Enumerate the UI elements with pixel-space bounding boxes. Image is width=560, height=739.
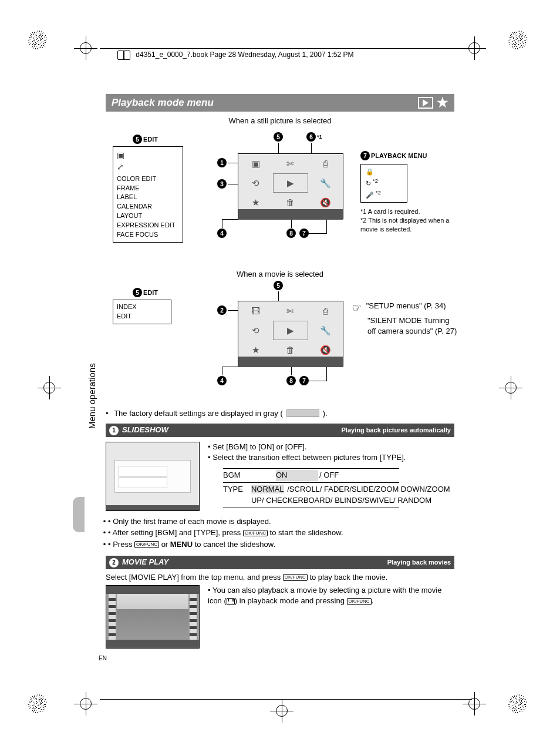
regmark xyxy=(28,31,52,54)
callout-5: 5 xyxy=(274,132,283,142)
regmark xyxy=(463,692,486,716)
section-title-bar: Playback mode menu ★ xyxy=(106,94,454,112)
print-icon: ⎙ xyxy=(323,159,328,169)
slideshow-table: BGM ON / OFF TYPE NORMAL /SCROLL/ FADER/… xyxy=(223,468,454,508)
section-title: Playback mode menu xyxy=(112,97,214,109)
book-header: d4351_e_0000_7.book Page 28 Wednesday, A… xyxy=(117,51,354,60)
playback-small-icon: ▣ xyxy=(117,150,124,160)
callout-1: 1 xyxy=(217,158,227,167)
menu-grid-movie: 🎞 ✄ ⎙ ⟲ ▶ 🔧 ★ 🗑 🔇 xyxy=(238,301,343,367)
edit-item: LAYOUT xyxy=(117,211,179,221)
edit-item: EXPRESSION EDIT xyxy=(117,221,179,230)
favorite-icon: ★ xyxy=(252,345,259,355)
slideshow-header: 1SLIDESHOW Playing back pictures automat… xyxy=(106,424,454,437)
callout-4m: 4 xyxy=(217,376,227,385)
regmark xyxy=(499,376,522,399)
callout-8: 8 xyxy=(286,229,296,238)
print-icon: ⎙ xyxy=(323,306,328,316)
movieplay-header: 2MOVIE PLAY Playing back movies xyxy=(106,556,454,569)
footer-rule xyxy=(100,699,472,700)
callout-2m: 2 xyxy=(217,305,227,315)
movieplay-intro: Select [MOVIE PLAY] from the top menu, a… xyxy=(106,573,454,582)
still-label: When a still picture is selected xyxy=(106,116,454,125)
setup-icon: 🔧 xyxy=(320,325,331,336)
slideshow-screen xyxy=(106,442,200,511)
footnote-1: *1 A card is required. *2 This is not di… xyxy=(360,207,454,234)
setup-icon: 🔧 xyxy=(320,178,331,189)
menu-grid-still: ▣ ✄ ⎙ ⟲ ▶ 🔧 ★ 🗑 🔇 xyxy=(238,153,343,219)
callout-6: 6*1 xyxy=(306,132,322,142)
header-rule xyxy=(100,48,472,49)
edit-item: FRAME xyxy=(117,184,179,193)
perfect-fix-icon: ⟲ xyxy=(252,178,259,189)
favorite-icon: ★ xyxy=(252,197,259,208)
edit-item: INDEX xyxy=(117,303,167,312)
erase-icon: 🗑 xyxy=(286,345,295,355)
side-label: Menu operations xyxy=(87,363,97,429)
page-lang: EN xyxy=(99,655,107,661)
callout-4: 4 xyxy=(217,229,227,238)
regmark xyxy=(74,36,97,60)
callout-5m: 5 xyxy=(274,281,283,290)
scissors-icon: ✄ xyxy=(286,159,294,169)
scissors-icon: ✄ xyxy=(286,306,294,317)
pointer-icon: ☞ xyxy=(352,301,362,315)
edit-movie-box: INDEX EDIT xyxy=(113,300,171,324)
movie-play-icon: 🎞 xyxy=(251,306,260,316)
silent-icon: 🔇 xyxy=(320,197,331,208)
okfunc-button-icon: OK/FUNC xyxy=(134,541,159,548)
crop-icon: ⤢ xyxy=(117,162,124,172)
gray-swatch xyxy=(286,409,319,417)
regmark xyxy=(270,699,294,723)
movieplay-description: • You can also playback a movie by selec… xyxy=(208,585,454,607)
edit-item: CALENDAR xyxy=(117,202,179,211)
side-tab xyxy=(73,497,85,532)
edit-item: EDIT xyxy=(117,312,167,321)
okfunc-button-icon: OK/FUNC xyxy=(347,598,372,605)
callout-5-edit-movie: 5 EDIT xyxy=(133,288,158,297)
slideshow-notes: • Only the first frame of each movie is … xyxy=(106,516,454,550)
regmark xyxy=(28,694,52,718)
regmark xyxy=(74,692,97,716)
play-icon: ▶ xyxy=(287,325,294,336)
regmark xyxy=(508,694,532,718)
rotate-icon: ↻ *2 xyxy=(366,177,402,189)
erase-icon: 🗑 xyxy=(286,197,295,207)
regmark xyxy=(508,31,532,54)
silent-icon: 🔇 xyxy=(320,345,331,355)
edit-item: LABEL xyxy=(117,193,179,202)
see-also-refs: ☞ "SETUP menus" (P. 34) "SILENT MODE Tur… xyxy=(352,301,458,337)
lock-icon: 🔒 xyxy=(366,167,402,177)
factory-default-note: • The factory default settings are displ… xyxy=(106,409,454,418)
edit-item: FACE FOCUS xyxy=(117,230,179,240)
edit-still-box: ▣⤢ COLOR EDIT FRAME LABEL CALENDAR LAYOU… xyxy=(113,146,183,243)
regmark xyxy=(38,376,61,399)
perfect-fix-icon: ⟲ xyxy=(252,325,259,336)
playback-mode-icon xyxy=(418,97,433,109)
playback-menu-box: 🔒 ↻ *2 🎤 *2 xyxy=(360,164,407,203)
callout-8m: 8 xyxy=(286,376,296,385)
callout-3: 3 xyxy=(217,179,227,189)
edit-item: COLOR EDIT xyxy=(117,174,179,184)
movie-inline-icon xyxy=(227,598,235,605)
slideshow-description: • Set [BGM] to [ON] or [OFF]. • Select t… xyxy=(208,442,454,511)
book-icon xyxy=(117,51,130,60)
okfunc-button-icon: OK/FUNC xyxy=(283,574,308,581)
favorite-mode-icon: ★ xyxy=(437,96,448,109)
slideshow-icon: ▣ xyxy=(252,159,260,169)
callout-5-edit: 5 EDIT xyxy=(133,135,158,144)
movie-label: When a movie is selected xyxy=(106,270,454,278)
callout-7-playback: 7 PLAYBACK MENU xyxy=(360,151,427,160)
book-header-text: d4351_e_0000_7.book Page 28 Wednesday, A… xyxy=(136,51,353,59)
play-icon: ▶ xyxy=(287,178,294,189)
voice-icon: 🎤 *2 xyxy=(366,189,402,200)
movie-thumbnail xyxy=(106,585,200,649)
okfunc-button-icon: OK/FUNC xyxy=(243,530,268,537)
